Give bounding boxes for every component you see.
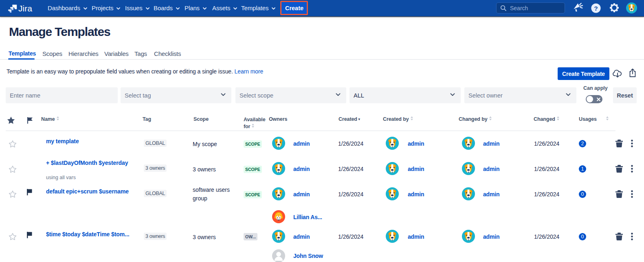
svg-text:?: ? [594,5,598,12]
